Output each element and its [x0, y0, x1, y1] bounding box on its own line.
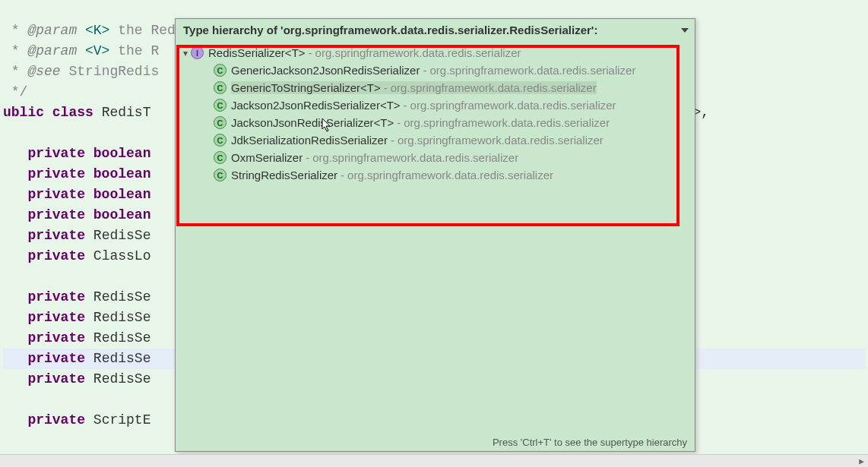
code-line: * @param <V> the R [3, 43, 159, 58]
node-package: org.springframework.data.redis.serialize… [347, 169, 553, 181]
code-line: private boolean [3, 166, 150, 181]
code-line: private ClassLo [3, 248, 150, 263]
node-package: org.springframework.data.redis.serialize… [404, 116, 610, 129]
code-line: private boolean [3, 187, 150, 202]
scroll-right-icon[interactable]: ▶ [855, 455, 868, 468]
node-label: GenericJackson2JsonRedisSerializer [231, 64, 420, 77]
node-label: JdkSerializationRedisSerializer [231, 134, 388, 147]
tree-node[interactable]: C GenericJackson2JsonRedisSerializer - o… [180, 62, 690, 79]
hierarchy-tree[interactable]: ▾ I RedisSerializer<T> - org.springframe… [176, 41, 695, 187]
node-package: org.springframework.data.redis.serialize… [391, 81, 597, 94]
class-icon: C [214, 169, 227, 181]
node-package: org.springframework.data.redis.serialize… [315, 46, 521, 59]
popup-hint: Press 'Ctrl+T' to see the supertype hier… [485, 434, 695, 451]
tree-node[interactable]: C JacksonJsonRedisSerializer<T> - org.sp… [180, 114, 690, 131]
node-label: GenericToStringSerializer<T> [231, 81, 381, 94]
dropdown-icon[interactable] [681, 28, 689, 33]
node-label: Jackson2JsonRedisSerializer<T> [231, 99, 401, 112]
node-label: RedisSerializer<T> [208, 46, 306, 59]
tree-node[interactable]: C Jackson2JsonRedisSerializer<T> - org.s… [180, 96, 690, 114]
node-package: org.springframework.data.redis.serialize… [410, 99, 616, 112]
code-line: private boolean [3, 207, 150, 222]
horizontal-scrollbar[interactable]: ▶ [0, 454, 868, 467]
collapse-icon[interactable]: ▾ [180, 48, 191, 58]
node-label: StringRedisSerializer [231, 169, 337, 181]
node-package: org.springframework.data.redis.serialize… [312, 151, 518, 164]
node-package: org.springframework.data.redis.serialize… [429, 64, 635, 77]
popup-title: Type hierarchy of 'org.springframework.d… [176, 19, 695, 41]
code-line: private RedisSe [3, 310, 150, 325]
code-line: private RedisSe [3, 289, 150, 304]
class-icon: C [214, 81, 227, 94]
interface-icon: I [191, 46, 204, 59]
code-line: private RedisSe [3, 330, 150, 346]
tree-node-selected[interactable]: C GenericToStringSerializer<T> - org.spr… [180, 79, 690, 96]
class-icon: C [214, 64, 227, 77]
code-line: private ScriptE [3, 412, 150, 428]
class-icon: C [214, 116, 227, 129]
tree-node-root[interactable]: ▾ I RedisSerializer<T> - org.springframe… [180, 44, 690, 62]
node-label: JacksonJsonRedisSerializer<T> [231, 116, 394, 129]
code-line: * @see StringRedis [3, 64, 159, 79]
type-hierarchy-popup[interactable]: Type hierarchy of 'org.springframework.d… [175, 18, 695, 452]
tree-node[interactable]: C OxmSerializer - org.springframework.da… [180, 149, 690, 166]
code-line: private boolean [3, 146, 150, 161]
code-line: */ [3, 84, 27, 99]
node-package: org.springframework.data.redis.serialize… [398, 134, 603, 147]
class-icon: C [214, 99, 227, 112]
node-label: OxmSerializer [231, 151, 303, 164]
class-icon: C [214, 151, 227, 164]
class-icon: C [214, 134, 227, 147]
tree-node[interactable]: C JdkSerializationRedisSerializer - org.… [180, 131, 690, 149]
tree-node[interactable]: C StringRedisSerializer - org.springfram… [180, 166, 690, 184]
code-line: private RedisSe [3, 228, 150, 243]
